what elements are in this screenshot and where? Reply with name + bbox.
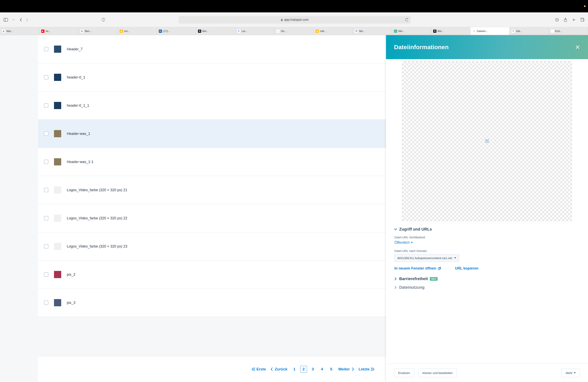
favicon: ◐ [80, 30, 84, 33]
new-tab-icon[interactable] [571, 17, 576, 22]
file-thumbnail [54, 158, 61, 165]
browser-tab[interactable]: MMo... [353, 27, 392, 35]
browser-tab[interactable]: ▶Ist... [39, 27, 78, 35]
browser-tab[interactable]: //Saf... [510, 27, 549, 35]
browser-tab[interactable]: ◐Ben... [78, 27, 118, 35]
file-thumbnail [54, 243, 61, 250]
file-preview: ? [402, 61, 572, 221]
panel-title: Dateiinformationen [394, 44, 449, 51]
page-number[interactable]: 3 [309, 366, 316, 373]
browser-tab[interactable]: ABer... [196, 27, 235, 35]
file-info-panel: Dateiinformationen ? Zugriff und URLs Da… [386, 35, 588, 382]
favicon: ▶ [41, 30, 44, 33]
replace-button[interactable]: Ersetzen [394, 369, 414, 377]
file-name[interactable]: Header-was_1 [67, 132, 90, 136]
tab-label: (17)... [163, 30, 170, 33]
url-text: app.hubspot.com [284, 18, 309, 21]
caret-down-icon [411, 242, 413, 243]
row-checkbox[interactable] [44, 103, 48, 108]
file-name[interactable]: header-0_1_1 [67, 103, 89, 108]
favicon: ▪ [394, 30, 397, 33]
browser-tab[interactable]: Erst... [549, 27, 588, 35]
svg-rect-3 [281, 19, 283, 21]
address-bar[interactable]: app.hubspot.com [179, 16, 411, 24]
forward-button[interactable] [24, 17, 30, 22]
page-number[interactable]: 4 [319, 366, 325, 373]
close-icon[interactable] [575, 45, 580, 50]
file-name[interactable]: Logos_Video_farbe (320 × 320 px) 21 [67, 188, 127, 192]
row-checkbox[interactable] [44, 272, 48, 277]
sidebar-toggle-icon[interactable] [3, 17, 8, 22]
page-first[interactable]: Erste [251, 367, 266, 371]
minimize-indicator [584, 5, 586, 7]
more-button[interactable]: Mehr [562, 369, 580, 377]
section-file-usage[interactable]: Dateinutzung [394, 285, 580, 290]
file-thumbnail [54, 46, 61, 53]
browser-toolbar: app.hubspot.com [0, 12, 588, 27]
row-checkbox[interactable] [44, 188, 48, 192]
file-name[interactable]: Header_7 [67, 47, 83, 51]
share-icon[interactable] [563, 17, 568, 22]
file-name[interactable]: Header-was_1-1 [67, 160, 93, 164]
svg-rect-0 [4, 18, 8, 21]
file-thumbnail [54, 130, 61, 137]
file-name[interactable]: Logos_Video_farbe (320 × 320 px) 22 [67, 216, 127, 220]
page-number[interactable]: 1 [291, 366, 298, 373]
favicon: ▮ [120, 30, 123, 33]
favicon: ☺ [276, 30, 280, 33]
browser-tab[interactable]: ◐Mar... [0, 27, 39, 35]
open-new-window-link[interactable]: In neuem Fenster öffnen [394, 266, 441, 270]
row-checkbox[interactable] [44, 132, 48, 136]
browser-tab[interactable]: ▮rolli... [314, 27, 353, 35]
page-number[interactable]: 5 [328, 366, 335, 373]
downloads-icon[interactable] [554, 17, 560, 22]
tab-label: Ber... [202, 30, 209, 33]
browser-tab[interactable]: ☺Ub... [274, 27, 314, 35]
page-last[interactable]: Letzte [358, 367, 375, 371]
refresh-icon[interactable] [405, 18, 409, 21]
back-button[interactable] [18, 17, 24, 22]
window-titlebar [0, 0, 588, 12]
browser-tab[interactable]: in(17)... [157, 27, 196, 35]
browser-tab[interactable]: ABer... [431, 27, 470, 35]
tab-label: Dateien... [477, 30, 488, 33]
url-domain-select[interactable]: 8031309.fs1.hubspotusercontent-na1.net [394, 254, 459, 262]
browser-tab[interactable]: ▮nor... [118, 27, 157, 35]
browser-tab[interactable]: ▪We... [392, 27, 431, 35]
tab-label: Ben... [85, 30, 92, 33]
tab-label: Mo... [359, 30, 365, 33]
url-visibility-dropdown[interactable]: Öffentlich [394, 241, 413, 245]
row-checkbox[interactable] [44, 216, 48, 220]
file-name[interactable]: header-0_1 [67, 75, 85, 79]
browser-tab[interactable]: GLei... [235, 27, 274, 35]
row-checkbox[interactable] [44, 160, 48, 164]
section-accessibility[interactable]: Barrierefreiheit NEU [394, 277, 580, 281]
row-checkbox[interactable] [44, 301, 48, 305]
page-next[interactable]: Weiter [338, 367, 355, 371]
file-name[interactable]: pix_3 [67, 301, 75, 305]
caret-down-icon [574, 372, 576, 374]
row-checkbox[interactable] [44, 244, 48, 248]
clone-edit-button[interactable]: Klonen und bearbeiten [418, 369, 457, 377]
file-thumbnail [54, 271, 61, 278]
row-checkbox[interactable] [44, 75, 48, 79]
chevron-down-icon[interactable] [11, 17, 16, 22]
favicon: A [433, 30, 436, 33]
tab-overview-icon[interactable] [580, 17, 585, 22]
browser-tab[interactable]: ✦Dateien... [470, 27, 510, 35]
favicon: M [355, 30, 358, 33]
panel-header: Dateiinformationen [386, 35, 588, 59]
url-domain-label: Datei-URL nach Domain [394, 249, 580, 252]
shield-icon[interactable] [101, 17, 106, 22]
file-name[interactable]: Logos_Video_farbe (320 × 320 px) 23 [67, 244, 127, 248]
page-number[interactable]: 2 [300, 366, 307, 373]
favicon: ◐ [2, 30, 5, 33]
page-prev[interactable]: Zurück [270, 367, 287, 371]
copy-url-link[interactable]: URL kopieren [455, 266, 478, 270]
tab-label: rolli... [320, 30, 326, 33]
row-checkbox[interactable] [44, 47, 48, 51]
caret-down-icon [454, 257, 456, 259]
file-thumbnail [54, 299, 61, 306]
section-access-urls[interactable]: Zugriff und URLs [394, 227, 580, 231]
file-name[interactable]: pix_2 [67, 272, 75, 277]
